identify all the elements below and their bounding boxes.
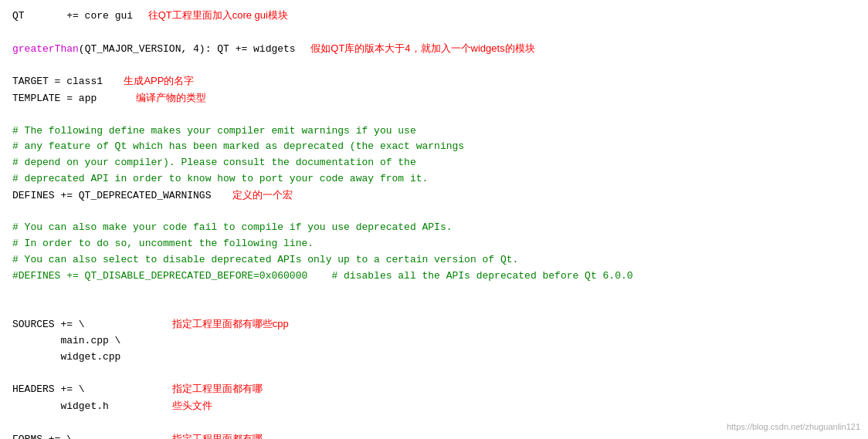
code-content: QT += core gui 往QT工程里面加入core gui模块greate… xyxy=(12,8,856,439)
annotation-part: 指定工程里面都有哪些cpp xyxy=(172,316,289,333)
annotation-part: 编译产物的类型 xyxy=(136,90,206,106)
code-part: FORMS += \ xyxy=(12,432,169,439)
blank-line xyxy=(12,57,856,73)
comment-disabled-line: #DEFINES += QT_DISABLE_DEPRECATED_BEFORE… xyxy=(12,268,856,285)
code-annotation-line: FORMS += \ 指定工程里面都有哪 xyxy=(12,431,856,439)
code-annotation-line: HEADERS += \ 指定工程里面都有哪 xyxy=(12,381,856,398)
annotation-part: 指定工程里面都有哪 xyxy=(172,431,263,439)
blank-line xyxy=(12,300,856,316)
code-annotation-line: QT += core gui 往QT工程里面加入core gui模块 xyxy=(12,8,856,25)
watermark: https://blog.csdn.net/zhuguanlin121 xyxy=(727,422,860,431)
comment-line: # The following define makes your compil… xyxy=(12,123,856,140)
code-line: main.cpp \ xyxy=(12,333,856,350)
comment-line: # deprecated API in order to know how to… xyxy=(12,171,856,187)
code-part: widget.h xyxy=(12,399,169,415)
code-annotation-line: TARGET = class1 生成APP的名字 xyxy=(12,73,856,90)
code-annotation-line: TEMPLATE = app 编译产物的类型 xyxy=(12,90,856,107)
comment-line: # In order to do so, uncomment the follo… xyxy=(12,236,856,252)
code-annotation-line: DEFINES += QT_DEPRECATED_WARNINGS 定义的一个宏 xyxy=(12,187,856,204)
code-part: greaterThan(QT_MAJOR_VERSION, 4): QT += … xyxy=(12,42,307,58)
comment-line: # any feature of Qt which has been marke… xyxy=(12,139,856,155)
annotation-part: 假如QT库的版本大于4，就加入一个widgets的模块 xyxy=(310,41,534,57)
annotation-part: 生成APP的名字 xyxy=(124,73,194,89)
comment-line: # You can also select to disable depreca… xyxy=(12,252,856,268)
code-part: SOURCES += \ xyxy=(12,317,169,333)
blank-line xyxy=(12,107,856,123)
annotation-part: 指定工程里面都有哪 xyxy=(172,381,263,397)
code-part: HEADERS += \ xyxy=(12,382,169,398)
code-line: widget.cpp xyxy=(12,350,856,366)
blank-line xyxy=(12,204,856,221)
annotation-part: 往QT工程里面加入core gui模块 xyxy=(148,8,288,24)
comment-line: # You can also make your code fail to co… xyxy=(12,220,856,236)
code-annotation-line: widget.h 些头文件 xyxy=(12,398,856,415)
code-part: TARGET = class1 xyxy=(12,74,120,90)
blank-line xyxy=(12,25,856,41)
annotation-part: 些头文件 xyxy=(172,398,212,414)
code-annotation-line: greaterThan(QT_MAJOR_VERSION, 4): QT += … xyxy=(12,41,856,58)
code-part: DEFINES += QT_DEPRECATED_WARNINGS xyxy=(12,188,229,204)
blank-line xyxy=(12,366,856,382)
code-part: TEMPLATE = app xyxy=(12,91,133,107)
blank-line xyxy=(12,285,856,301)
code-part: QT += core gui xyxy=(12,8,145,25)
comment-line: # depend on your compiler). Please consu… xyxy=(12,155,856,171)
annotation-part: 定义的一个宏 xyxy=(232,187,293,204)
code-annotation-line: SOURCES += \ 指定工程里面都有哪些cpp xyxy=(12,316,856,333)
